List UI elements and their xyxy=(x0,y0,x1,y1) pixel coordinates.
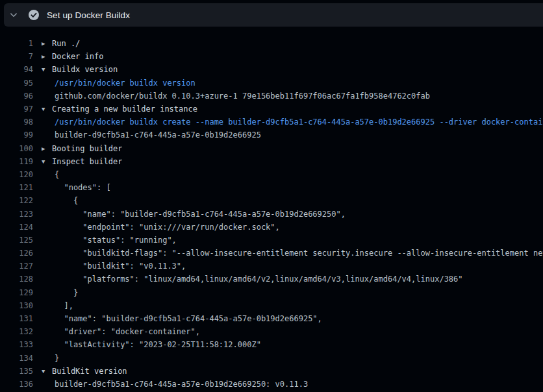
log-line: 132 "driver": "docker-container", xyxy=(0,325,543,338)
line-number[interactable]: 96 xyxy=(0,92,33,101)
log-line[interactable]: 7 ▶ Docker info xyxy=(0,50,543,63)
line-number[interactable]: 95 xyxy=(0,79,33,88)
log-line: 129 } xyxy=(0,286,543,299)
log-line: 98 /usr/bin/docker buildx create --name … xyxy=(0,116,543,129)
log-line: 120 { xyxy=(0,168,543,181)
line-text: "lastActivity": "2023-02-25T11:58:12.000… xyxy=(52,340,261,349)
line-number[interactable]: 7 xyxy=(0,52,33,61)
log-line: 134 } xyxy=(0,352,543,365)
line-text: builder-d9cfb5a1-c764-445a-a57e-0b19d2e6… xyxy=(52,380,308,389)
line-number[interactable]: 125 xyxy=(0,236,33,245)
group-collapsed-icon: ▶ xyxy=(42,145,52,152)
line-text: /usr/bin/docker buildx create --name bui… xyxy=(52,117,543,127)
line-text: Booting builder xyxy=(52,144,122,153)
group-expanded-icon: ▼ xyxy=(42,66,52,73)
group-collapsed-icon: ▶ xyxy=(42,40,52,47)
line-number[interactable]: 134 xyxy=(0,354,33,363)
line-text: } xyxy=(52,354,59,363)
line-text: "status": "running", xyxy=(52,236,177,245)
log-line: 128 "platforms": "linux/amd64,linux/amd6… xyxy=(0,273,543,286)
log-line: 131 "name": "builder-d9cfb5a1-c764-445a-… xyxy=(0,312,543,325)
log-line[interactable]: 135 ▼ BuildKit version xyxy=(0,365,543,378)
log-line: 130 ], xyxy=(0,299,543,312)
line-number[interactable]: 133 xyxy=(0,340,33,349)
line-number[interactable]: 132 xyxy=(0,327,33,336)
log-line: 95 /usr/bin/docker buildx version xyxy=(0,77,543,90)
line-number[interactable]: 121 xyxy=(0,183,33,192)
group-collapsed-icon: ▶ xyxy=(42,53,52,60)
chevron-down-icon[interactable] xyxy=(4,3,23,27)
line-number[interactable]: 119 xyxy=(0,157,33,166)
log-line[interactable]: 119 ▼ Inspect builder xyxy=(0,155,543,168)
line-text: "buildkit": "v0.11.3", xyxy=(52,262,186,271)
log-line: 122 { xyxy=(0,194,543,207)
line-text: Inspect builder xyxy=(52,157,122,166)
line-text: "name": "builder-d9cfb5a1-c764-445a-a57e… xyxy=(52,210,346,219)
line-text: "driver": "docker-container", xyxy=(52,327,200,336)
log-line: 124 "endpoint": "unix:///var/run/docker.… xyxy=(0,221,543,234)
line-number[interactable]: 100 xyxy=(0,144,33,153)
line-number[interactable]: 99 xyxy=(0,130,33,140)
line-number[interactable]: 98 xyxy=(0,117,33,127)
line-text: Docker info xyxy=(52,52,103,61)
log-line[interactable]: 100 ▶ Booting builder xyxy=(0,142,543,155)
line-number[interactable]: 120 xyxy=(0,170,33,179)
line-text: Creating a new builder instance xyxy=(52,104,197,114)
check-circle-icon xyxy=(29,10,39,20)
log-viewer: 1 ▶ Run ./ 7 ▶ Docker info 94 ▼ Buildx v… xyxy=(0,27,543,391)
group-expanded-icon: ▼ xyxy=(42,106,52,112)
line-text: Buildx version xyxy=(52,65,118,74)
group-expanded-icon: ▼ xyxy=(42,368,52,374)
line-number[interactable]: 126 xyxy=(0,249,33,258)
line-number[interactable]: 1 xyxy=(0,39,33,48)
line-number[interactable]: 128 xyxy=(0,275,33,284)
line-text: { xyxy=(52,196,78,205)
line-text: ], xyxy=(52,301,73,310)
line-number[interactable]: 135 xyxy=(0,367,33,376)
line-number[interactable]: 136 xyxy=(0,380,33,389)
line-number[interactable]: 122 xyxy=(0,196,33,205)
line-number[interactable]: 97 xyxy=(0,104,33,114)
line-number[interactable]: 124 xyxy=(0,223,33,232)
log-line[interactable]: 97 ▼ Creating a new builder instance xyxy=(0,103,543,116)
log-line: 125 "status": "running", xyxy=(0,234,543,247)
log-line: 136 builder-d9cfb5a1-c764-445a-a57e-0b19… xyxy=(0,378,543,391)
log-line[interactable]: 94 ▼ Buildx version xyxy=(0,63,543,76)
line-text: "endpoint": "unix:///var/run/docker.sock… xyxy=(52,223,280,232)
log-line[interactable]: 1 ▶ Run ./ xyxy=(0,37,543,50)
line-text: { xyxy=(52,170,59,179)
group-expanded-icon: ▼ xyxy=(42,158,52,165)
line-number[interactable]: 129 xyxy=(0,288,33,297)
step-header[interactable]: Set up Docker Buildx xyxy=(4,3,543,27)
line-number[interactable]: 94 xyxy=(0,65,33,74)
line-text: github.com/docker/buildx 0.10.3+azure-1 … xyxy=(52,92,430,101)
line-text: BuildKit version xyxy=(52,367,127,376)
line-text: } xyxy=(52,288,78,297)
log-line: 96 github.com/docker/buildx 0.10.3+azure… xyxy=(0,90,543,103)
line-number[interactable]: 130 xyxy=(0,301,33,310)
log-line: 123 "name": "builder-d9cfb5a1-c764-445a-… xyxy=(0,207,543,220)
line-number[interactable]: 127 xyxy=(0,262,33,271)
line-text: "buildkitd-flags": "--allow-insecure-ent… xyxy=(52,249,543,258)
log-line: 99 builder-d9cfb5a1-c764-445a-a57e-0b19d… xyxy=(0,129,543,141)
line-number[interactable]: 131 xyxy=(0,314,33,323)
line-text: "nodes": [ xyxy=(52,183,111,192)
log-line: 126 "buildkitd-flags": "--allow-insecure… xyxy=(0,247,543,260)
line-text: builder-d9cfb5a1-c764-445a-a57e-0b19d2e6… xyxy=(52,130,261,140)
line-number[interactable]: 123 xyxy=(0,210,33,219)
log-line: 127 "buildkit": "v0.11.3", xyxy=(0,260,543,273)
line-text: Run ./ xyxy=(52,39,80,48)
line-text: "name": "builder-d9cfb5a1-c764-445a-a57e… xyxy=(52,314,322,323)
line-text: "platforms": "linux/amd64,linux/amd64/v2… xyxy=(52,275,463,284)
log-line: 121 "nodes": [ xyxy=(0,181,543,194)
line-text: /usr/bin/docker buildx version xyxy=(52,79,196,88)
step-title: Set up Docker Buildx xyxy=(47,10,130,20)
log-line: 133 "lastActivity": "2023-02-25T11:58:12… xyxy=(0,338,543,351)
